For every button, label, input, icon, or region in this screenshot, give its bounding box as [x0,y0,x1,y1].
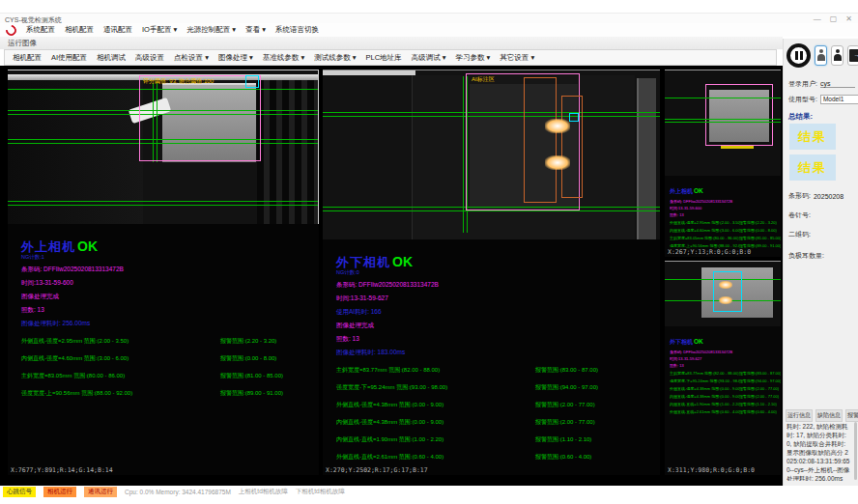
camera-name: 外下相机 [336,255,390,269]
measurement-row: 内侧直线-强度=4.60mm 范围:(3.00 - 6.00)报警范围:(0.0… [21,354,319,363]
frame-count-line: 照数: 13 [336,335,660,344]
result-ok: OK [392,254,413,269]
tab-run-info[interactable]: 运行信息 [786,409,813,422]
middle-result-block: 外下相机OK NG计数:0 条形码: DFFIiw202502081331347… [323,239,660,462]
measurement-row: 内侧直线-直线=1.90mm 范围:(1.00 - 2.20)报警范围:(1.1… [336,435,660,444]
measure-line [8,201,318,202]
left-camera-image[interactable]: 评分阈值: 93, 吻合阈值:100 [8,70,319,224]
measure-line [665,119,781,120]
toolbar-plc-address[interactable]: PLC地址库 [366,53,402,63]
main-area: 评分阈值: 93, 吻合阈值:100 外上相机OK NG计数:1 条形码: DF… [0,66,783,486]
qr-row: 二维码: [788,230,811,239]
pixel-coordinate-readout: X:7677;Y:891;R:14;G:14;B:14 [11,466,113,474]
log-scrollbar[interactable] [854,422,857,480]
toolbar-advanced-debug[interactable]: 高级调试 ▾ [412,53,446,63]
time-line: 时间:13-31-59-600 [21,279,319,288]
log-tabs: 运行信息 缺陷信息 报警信息 [786,409,858,422]
measurement-row: 强度宽度-上=90.56mm 范围:(88.00 - 92.00)报警范围:(8… [21,389,319,398]
ai-annotation-label: AI标注区 [472,75,495,84]
toolbar-other-settings[interactable]: 其它设置 ▾ [500,53,534,63]
roi-box [705,84,773,146]
barcode-line: 条形码: DFFIiw2025020813313472B [336,281,660,290]
toolbar-testline-params[interactable]: 测试线参数 ▾ [314,53,356,63]
status-bar: 心跳信号 相机运行 通讯运行 Cpu: 0.0% Memory: 3424.41… [0,486,858,498]
weld-glow [545,119,570,133]
toolbar-camera-config[interactable]: 相机配置 [13,53,42,63]
minimize-button[interactable]: — [814,14,821,23]
roi-box-small [713,271,742,312]
roi-box-small [569,113,579,122]
toolbar-ai-config[interactable]: AI使用配置 [51,53,87,63]
pixel-coordinate-readout: X:270;Y:2502;R:17;G:17;B:17 [326,466,428,474]
ai-elapsed-line: 使用AI耗时: 166 [336,308,660,317]
toolbar-advanced-settings[interactable]: 高级设置 [135,53,164,63]
result-display-2: 结果 [789,154,836,181]
model-row: 使用型号: Model1 [788,95,858,104]
left-result-block: 外上相机OK NG计数:1 条形码: DFFIiw202502081331347… [8,224,319,398]
comm-run-badge: 通讯运行 [84,487,117,497]
toolbar-learning-params[interactable]: 学习参数 ▾ [455,53,490,63]
menu-item-view[interactable]: 查看 ▾ [245,25,266,35]
mini-bottom-camera-panel: 外下相机OK 条形码: DFFIiw2025020813313472B 时间:1… [665,261,781,475]
app-window: CYS-视觉检测系统 — ▢ ✕ 系统配置 相机配置 通讯配置 IO手配置 ▾ … [0,0,858,504]
barcode-row: 条形码: 20250208 [788,191,844,201]
menu-bar: 系统配置 相机配置 通讯配置 IO手配置 ▾ 光源控制配置 ▾ 查看 ▾ 系统语… [0,23,858,37]
total-result-label: 总结果: [788,112,813,122]
heartbeat-badge: 心跳信号 [3,487,36,497]
user-manage-button[interactable] [831,45,844,66]
pixel-coordinate-readout: X:311;Y:980;R:0;G:0;B:0 [668,466,755,474]
needle-row: 卷针号: [788,210,811,220]
pause-button[interactable] [786,43,811,68]
menu-item-comm-config[interactable]: 通讯配置 [103,25,132,35]
maximize-button[interactable]: ▢ [830,14,838,23]
measurement-rows: 外侧直线-强度=2.95mm 范围:(2.00 - 3.50)报警范围:(2.2… [21,337,319,398]
exit-button[interactable] [847,45,858,66]
pixel-coordinate-readout: X:267;Y:13;R:0;G:0;B:0 [668,248,751,256]
tab-alarm-info[interactable]: 报警信息 [845,409,858,422]
measurement-row: 强度宽度-下=95.24mm 范围:(93.00 - 98.00)报警范围:(9… [336,383,660,392]
log-text: 耗时: 222, 缺陷检测耗时: 17, 缺陷分类耗时: 0, 缺陷提取合并耗时… [786,422,851,481]
left-camera-panel: 评分阈值: 93, 吻合阈值:100 外上相机OK NG计数:1 条形码: DF… [8,70,319,475]
measure-line [665,98,781,98]
roi-box-small [245,75,259,88]
close-button[interactable]: ✕ [845,14,852,23]
ai-detect-box [524,77,557,203]
user-login-button[interactable] [815,45,827,66]
bright-band [323,70,415,75]
user-icon [816,49,825,62]
middle-camera-image[interactable]: AI标注区 [323,70,660,239]
toolbar-spot-check[interactable]: 点检设置 ▾ [174,53,209,63]
mini-bottom-result-block: 外下相机OK 条形码: DFFIiw2025020813313472B 时间:1… [665,326,781,414]
menu-item-io-config[interactable]: IO手配置 ▾ [142,25,177,35]
process-done-line: 图像处理完成 [21,293,319,301]
measurement-row: 主斜宽度=83.05mm 范围:(80.00 - 86.00)报警范围:(81.… [21,372,319,380]
view-tab-row: 运行图像 [0,37,783,49]
weld-glow [545,155,570,170]
login-user-row: 登录用户: cys [788,79,855,89]
toolbar-baseline-params[interactable]: 基准线参数 ▾ [263,53,304,63]
threshold-label: 评分阈值: 93, 吻合阈值:100 [143,77,214,86]
measure-line [8,205,318,206]
titlebar: CYS-视觉检测系统 — ▢ ✕ [0,13,858,23]
time-line: 时间:13-31-59-627 [336,294,660,303]
mini-annotation [721,146,754,149]
middle-camera-panel: AI标注区 外下相机OK NG计数:0 条形码: DFFIiw202502081… [323,70,660,475]
exit-door-icon [849,49,858,62]
toolbar-camera-debug[interactable]: 相机调试 [97,53,126,63]
menu-item-camera-config[interactable]: 相机配置 [65,25,94,35]
mini-top-camera-image[interactable] [665,70,781,176]
ai-detect-box [561,96,583,198]
measurement-row: 主斜宽度=83.77mm 范围:(82.00 - 88.00)报警范围:(83.… [336,366,660,375]
menu-item-system-config[interactable]: 系统配置 [26,25,55,35]
right-control-panel: 登录用户: cys 使用型号: Model1 总结果: 结果 结果 条形码: 2… [783,39,858,486]
toolbar-image-processing[interactable]: 图像处理 ▾ [218,53,253,63]
tab-run-image[interactable]: 运行图像 [8,39,37,48]
tab-defect-info[interactable]: 缺陷信息 [815,409,843,422]
barcode-value: 20250208 [814,193,844,200]
measurement-row: 外侧直线-强度=4.38mm 范围:(0.00 - 9.00)报警范围:(2.0… [336,401,660,409]
menu-item-language[interactable]: 系统语言切换 [275,25,319,35]
mini-bottom-camera-image[interactable] [665,261,781,326]
roi-box [139,75,261,161]
model-select[interactable]: Model1 [820,95,858,104]
menu-item-light-config[interactable]: 光源控制配置 ▾ [186,25,236,35]
